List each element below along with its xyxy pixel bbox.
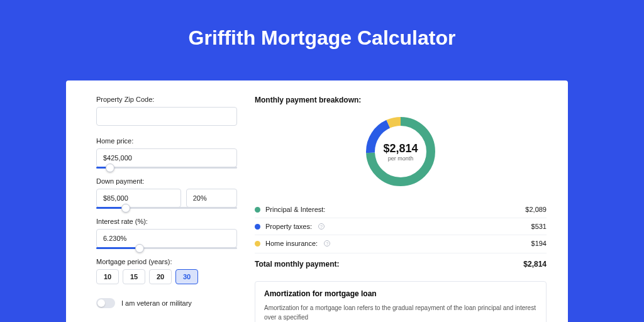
legend-label: Property taxes: xyxy=(265,223,312,230)
interest-rate-label: Interest rate (%): xyxy=(96,218,237,225)
info-icon[interactable]: ? xyxy=(324,240,330,247)
legend-dot xyxy=(255,241,260,247)
breakdown-column: Monthly payment breakdown: $2,814 per mo… xyxy=(248,80,568,322)
slider-fill xyxy=(96,247,140,249)
breakdown-title: Monthly payment breakdown: xyxy=(255,96,547,104)
down-payment-percent-input[interactable] xyxy=(186,189,237,208)
donut-center-sub: per month xyxy=(388,155,414,162)
legend-dot xyxy=(255,207,260,213)
home-price-slider[interactable] xyxy=(96,167,237,169)
total-value: $2,814 xyxy=(523,260,547,269)
donut-center-amount: $2,814 xyxy=(383,142,418,155)
legend-row-principal_interest: Principal & Interest:$2,089 xyxy=(255,201,547,218)
info-icon[interactable]: ? xyxy=(318,223,325,230)
down-payment-amount-input[interactable] xyxy=(96,189,181,208)
legend-value: $194 xyxy=(531,240,547,247)
home-price-input[interactable] xyxy=(96,148,237,167)
amortization-box: Amortization for mortgage loan Amortizat… xyxy=(255,281,547,322)
amortization-text: Amortization for a mortgage loan refers … xyxy=(264,303,537,322)
legend-value: $531 xyxy=(531,223,547,230)
legend-value: $2,089 xyxy=(525,206,547,213)
toggle-knob xyxy=(97,299,105,307)
breakdown-donut-chart: $2,814 per month xyxy=(362,113,439,190)
total-label: Total monthly payment: xyxy=(255,260,339,269)
down-payment-label: Down payment: xyxy=(96,177,237,185)
zip-input[interactable] xyxy=(96,107,237,126)
period-option-10[interactable]: 10 xyxy=(96,269,119,284)
legend-label: Home insurance: xyxy=(265,240,318,247)
amortization-title: Amortization for mortgage loan xyxy=(264,289,537,298)
legend-row-property_taxes: Property taxes:?$531 xyxy=(255,218,547,235)
page-title: Griffith Mortgage Calculator xyxy=(0,0,644,69)
interest-rate-input[interactable] xyxy=(96,229,237,248)
period-option-20[interactable]: 20 xyxy=(149,269,172,284)
period-option-15[interactable]: 15 xyxy=(123,269,145,284)
home-price-label: Home price: xyxy=(96,137,237,145)
interest-rate-slider[interactable] xyxy=(96,247,237,249)
veteran-toggle[interactable] xyxy=(96,298,115,308)
legend-dot xyxy=(255,224,260,230)
zip-label: Property Zip Code: xyxy=(96,96,237,103)
calculator-card: Property Zip Code: Home price: Down paym… xyxy=(66,80,568,322)
period-options: 10152030 xyxy=(96,269,237,284)
legend: Principal & Interest:$2,089Property taxe… xyxy=(255,201,547,252)
legend-label: Principal & Interest: xyxy=(265,206,325,213)
slider-thumb[interactable] xyxy=(106,164,114,172)
slider-thumb[interactable] xyxy=(135,244,144,253)
period-label: Mortgage period (years): xyxy=(96,258,237,265)
form-column: Property Zip Code: Home price: Down paym… xyxy=(66,80,248,322)
period-option-30[interactable]: 30 xyxy=(175,269,198,284)
legend-row-home_insurance: Home insurance:?$194 xyxy=(255,235,547,252)
slider-thumb[interactable] xyxy=(121,204,130,213)
veteran-label: I am veteran or military xyxy=(121,299,192,307)
down-payment-slider[interactable] xyxy=(96,207,237,209)
